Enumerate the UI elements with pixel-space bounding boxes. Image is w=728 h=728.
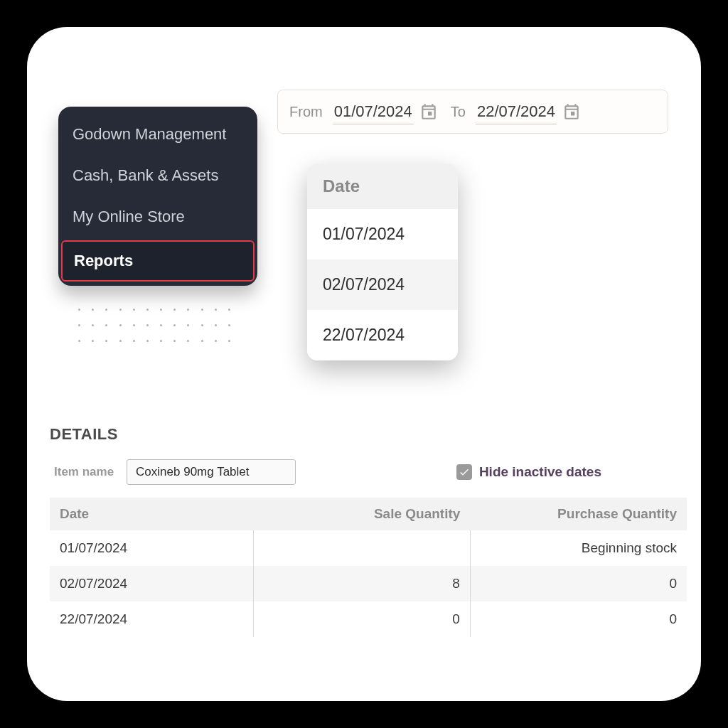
details-table: Date Sale Quantity Purchase Quantity 01/… bbox=[50, 498, 687, 637]
details-title: DETAILS bbox=[50, 425, 687, 444]
date-list-header: Date bbox=[307, 164, 458, 209]
col-header-purchase-quantity[interactable]: Purchase Quantity bbox=[470, 498, 687, 530]
details-filter-row: Item name Hide inactive dates bbox=[50, 459, 687, 485]
checkbox-icon bbox=[456, 464, 472, 480]
sidebar: Godown Management Cash, Bank & Assets My… bbox=[58, 107, 257, 286]
sidebar-item-reports[interactable]: Reports bbox=[61, 240, 255, 282]
cell-sale-quantity: 0 bbox=[254, 601, 471, 637]
item-name-input[interactable] bbox=[127, 459, 296, 485]
date-list-row[interactable]: 22/07/2024 bbox=[307, 310, 458, 360]
item-name-label: Item name bbox=[54, 465, 114, 479]
table-row: 01/07/2024 Beginning stock bbox=[50, 530, 687, 566]
app-canvas: Godown Management Cash, Bank & Assets My… bbox=[27, 27, 701, 701]
table-row: 02/07/2024 8 0 bbox=[50, 566, 687, 601]
table-row: 22/07/2024 0 0 bbox=[50, 601, 687, 637]
hide-inactive-label: Hide inactive dates bbox=[479, 464, 601, 480]
decorative-dot-grid bbox=[78, 309, 235, 348]
from-label: From bbox=[289, 104, 323, 120]
sidebar-item-godown-management[interactable]: Godown Management bbox=[58, 114, 257, 155]
cell-date: 01/07/2024 bbox=[50, 530, 254, 566]
calendar-icon[interactable] bbox=[562, 102, 581, 121]
date-range-bar: From 01/07/2024 To 22/07/2024 bbox=[277, 90, 668, 134]
cell-purchase-quantity: 0 bbox=[470, 601, 687, 637]
date-list-row[interactable]: 01/07/2024 bbox=[307, 209, 458, 259]
sidebar-item-cash-bank-assets[interactable]: Cash, Bank & Assets bbox=[58, 155, 257, 196]
cell-sale-quantity: 8 bbox=[254, 566, 471, 601]
cell-date: 22/07/2024 bbox=[50, 601, 254, 637]
date-list-popup: Date 01/07/2024 02/07/2024 22/07/2024 bbox=[307, 164, 458, 360]
cell-sale-quantity bbox=[254, 530, 471, 566]
table-header-row: Date Sale Quantity Purchase Quantity bbox=[50, 498, 687, 530]
col-header-date[interactable]: Date bbox=[50, 498, 254, 530]
to-date-value[interactable]: 22/07/2024 bbox=[476, 100, 557, 124]
cell-purchase-quantity: Beginning stock bbox=[470, 530, 687, 566]
details-section: DETAILS Item name Hide inactive dates Da… bbox=[50, 425, 687, 637]
date-list-row[interactable]: 02/07/2024 bbox=[307, 259, 458, 310]
cell-purchase-quantity: 0 bbox=[470, 566, 687, 601]
hide-inactive-wrapper[interactable]: Hide inactive dates bbox=[456, 464, 601, 480]
sidebar-item-my-online-store[interactable]: My Online Store bbox=[58, 196, 257, 237]
calendar-icon[interactable] bbox=[419, 102, 438, 121]
from-date-value[interactable]: 01/07/2024 bbox=[333, 100, 414, 124]
to-label: To bbox=[451, 104, 466, 120]
cell-date: 02/07/2024 bbox=[50, 566, 254, 601]
col-header-sale-quantity[interactable]: Sale Quantity bbox=[254, 498, 471, 530]
